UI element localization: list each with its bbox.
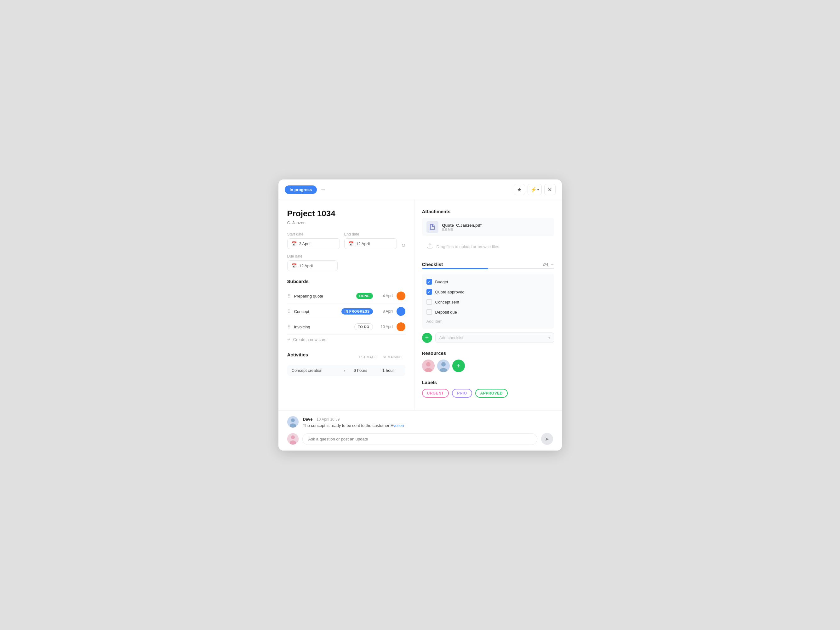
commenter-name: Dave bbox=[303, 417, 313, 422]
svg-point-1 bbox=[426, 362, 431, 367]
subcard-name: Invoicing bbox=[294, 324, 352, 329]
create-new-card-button[interactable]: ↵ Create a new card bbox=[287, 335, 405, 345]
add-item-label[interactable]: Add item bbox=[426, 317, 550, 326]
remaining-label: REMAINING bbox=[380, 355, 405, 359]
comment-input[interactable] bbox=[302, 433, 537, 445]
checkbox-deposit-due[interactable] bbox=[426, 309, 432, 315]
subcard-date: 4 April bbox=[376, 294, 393, 298]
label-prio[interactable]: PRIO bbox=[452, 389, 472, 398]
due-date-row: Due date 📅 12 April bbox=[287, 254, 405, 271]
star-icon: ★ bbox=[517, 187, 521, 193]
comment-content: Dave 10 April 10:59 The concept is ready… bbox=[303, 416, 404, 428]
activities-labels: ESTIMATE REMAINING bbox=[355, 355, 405, 359]
commenter-avatar bbox=[287, 416, 298, 428]
top-bar: In progress → ★ ⚡ ▾ ✕ bbox=[278, 180, 562, 200]
checklist-item-text: Quote approved bbox=[435, 290, 464, 295]
add-checklist-input[interactable]: Add checklist ▾ bbox=[435, 332, 554, 343]
checklist-progress: 2/4 → bbox=[542, 262, 554, 267]
close-icon: ✕ bbox=[548, 187, 552, 193]
label-urgent[interactable]: URGENT bbox=[422, 389, 449, 398]
checklist-section: Checklist 2/4 → Budget bbox=[422, 261, 554, 343]
drag-handle-icon[interactable]: ⠿ bbox=[287, 309, 291, 315]
right-panel: Attachments Quote_C.Janzen.pdf 8.8 MB bbox=[414, 200, 562, 410]
end-date-label: End date bbox=[344, 232, 397, 236]
comment-text: The concept is ready to be sent to the c… bbox=[303, 423, 404, 428]
labels-section: Labels URGENT PRIO APPROVED bbox=[422, 380, 554, 398]
table-row: ⠿ Concept IN PROGRESS 8 April bbox=[287, 304, 405, 319]
avatar bbox=[422, 359, 435, 372]
svg-point-4 bbox=[441, 362, 446, 367]
list-item: Budget bbox=[426, 277, 550, 287]
subcard-date: 10 April bbox=[376, 324, 393, 329]
lightning-icon: ⚡ bbox=[531, 187, 537, 193]
calendar-icon-3: 📅 bbox=[291, 263, 297, 268]
end-date-field: End date 📅 12 April bbox=[344, 232, 397, 249]
current-user-avatar bbox=[287, 433, 298, 444]
comment-text-before: The concept is ready to be sent to the c… bbox=[303, 423, 390, 428]
close-button[interactable]: ✕ bbox=[544, 184, 556, 195]
checkbox-budget[interactable] bbox=[426, 279, 432, 285]
avatar bbox=[396, 291, 405, 300]
checklist-header: Checklist 2/4 → bbox=[422, 261, 554, 267]
drag-handle-icon[interactable]: ⠿ bbox=[287, 324, 291, 330]
upload-area[interactable]: Drag files to upload or browse files bbox=[422, 239, 554, 254]
due-date-value: 12 April bbox=[299, 263, 313, 268]
checkbox-quote-approved[interactable] bbox=[426, 289, 432, 295]
end-date-input[interactable]: 📅 12 April bbox=[344, 238, 397, 249]
checkbox-concept-sent[interactable] bbox=[426, 299, 432, 305]
create-card-label: Create a new card bbox=[293, 337, 327, 342]
status-arrow-button[interactable]: → bbox=[320, 186, 326, 193]
pdf-icon bbox=[426, 221, 439, 233]
comment-mention[interactable]: Evelien bbox=[390, 423, 404, 428]
attachment-file[interactable]: Quote_C.Janzen.pdf 8.8 MB bbox=[422, 218, 554, 236]
refresh-button[interactable]: ↻ bbox=[401, 243, 405, 249]
due-date-input[interactable]: 📅 12 April bbox=[287, 260, 338, 271]
checklist-title: Checklist bbox=[422, 261, 443, 267]
progress-bar-wrap bbox=[422, 268, 554, 269]
avatar bbox=[396, 307, 405, 316]
labels-title: Labels bbox=[422, 380, 554, 385]
list-item: Deposit due bbox=[426, 307, 550, 317]
star-button[interactable]: ★ bbox=[514, 184, 525, 195]
lightning-button[interactable]: ⚡ ▾ bbox=[527, 184, 542, 195]
status-badge[interactable]: In progress bbox=[285, 186, 317, 194]
start-date-label: Start date bbox=[287, 232, 340, 236]
estimate-label: ESTIMATE bbox=[355, 355, 380, 359]
activity-estimate: 6 hours bbox=[348, 368, 373, 373]
activities-section: Activities ESTIMATE REMAINING Concept cr… bbox=[287, 352, 405, 376]
add-checklist-plus-button[interactable]: + bbox=[422, 333, 432, 343]
resources-avatars: + bbox=[422, 359, 554, 372]
activity-name: Concept creation bbox=[292, 368, 341, 373]
left-panel: Project 1034 C. Janzen Start date 📅 3 Ap… bbox=[278, 200, 414, 410]
file-size: 8.8 MB bbox=[442, 228, 482, 232]
drag-handle-icon[interactable]: ⠿ bbox=[287, 293, 291, 299]
modal-body: Project 1034 C. Janzen Start date 📅 3 Ap… bbox=[278, 200, 562, 450]
resources-title: Resources bbox=[422, 350, 554, 356]
activity-remaining: 1 hour bbox=[376, 368, 401, 373]
subcard-badge-done: DONE bbox=[356, 293, 373, 299]
dates-row: Start date 📅 3 April End date 📅 12 April bbox=[287, 232, 405, 249]
start-date-input[interactable]: 📅 3 April bbox=[287, 238, 340, 249]
label-approved[interactable]: APPROVED bbox=[475, 389, 508, 398]
project-title: Project 1034 bbox=[287, 209, 405, 219]
calendar-icon: 📅 bbox=[291, 241, 297, 246]
due-date-label: Due date bbox=[287, 254, 405, 258]
chevron-down-icon[interactable]: ▾ bbox=[344, 369, 346, 373]
file-name: Quote_C.Janzen.pdf bbox=[442, 223, 482, 228]
send-button[interactable]: ➤ bbox=[541, 433, 553, 445]
activities-title: Activities bbox=[287, 352, 308, 358]
add-checklist-chevron: ▾ bbox=[548, 335, 550, 340]
avatar bbox=[396, 322, 405, 331]
subcard-badge-todo: TO DO bbox=[354, 323, 373, 330]
upload-text: Drag files to upload or browse files bbox=[437, 244, 499, 249]
refresh-icon: ↻ bbox=[401, 243, 405, 248]
table-row: ⠿ Invoicing TO DO 10 April bbox=[287, 319, 405, 335]
file-info: Quote_C.Janzen.pdf 8.8 MB bbox=[442, 223, 482, 232]
start-date-value: 3 April bbox=[299, 241, 311, 246]
checklist-progress-value: 2/4 bbox=[542, 262, 548, 267]
add-resource-button[interactable]: + bbox=[452, 359, 465, 372]
subcards-title: Subcards bbox=[287, 279, 405, 284]
subcards-section: Subcards ⠿ Preparing quote DONE 4 April … bbox=[287, 279, 405, 345]
subcard-date: 8 April bbox=[376, 309, 393, 313]
lightning-chevron-icon: ▾ bbox=[537, 188, 539, 191]
